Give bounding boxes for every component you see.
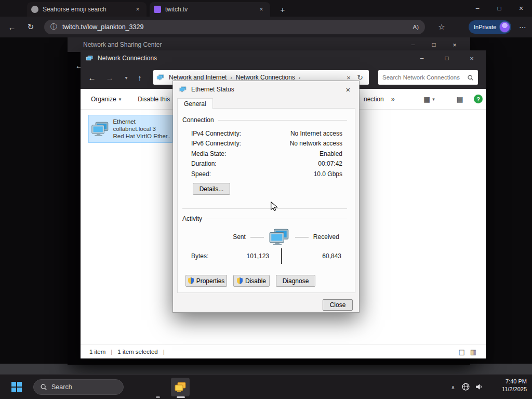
nc-up-icon[interactable]: ↑ bbox=[132, 70, 147, 85]
nc-maximize-button[interactable]: □ bbox=[434, 50, 459, 66]
nc-close-button[interactable]: × bbox=[459, 50, 484, 66]
uac-shield-icon bbox=[188, 277, 194, 284]
browser-maximize-button[interactable]: □ bbox=[488, 0, 510, 17]
url-field[interactable]: ⓘ twitch.tv/low_plankton_3329 A) bbox=[44, 20, 425, 34]
nsc-maximize-button[interactable]: □ bbox=[422, 37, 446, 52]
tab1-favicon bbox=[31, 6, 38, 13]
tab1-close-icon[interactable]: × bbox=[133, 5, 142, 14]
diagnose-button-label: Diagnose bbox=[283, 277, 309, 285]
browser-address-bar: ← ↻ ⓘ twitch.tv/low_plankton_3329 A) ☆ I… bbox=[0, 17, 532, 37]
inprivate-badge[interactable]: InPrivate bbox=[469, 20, 511, 34]
network-connections-app-icon bbox=[174, 381, 187, 393]
duration-label: Duration: bbox=[191, 160, 217, 167]
uac-shield-icon bbox=[237, 277, 243, 284]
tab-general[interactable]: General bbox=[177, 98, 213, 109]
ethernet-item-labels: Ethernet collabnet.local 3 Red Hat VirtI… bbox=[113, 118, 170, 140]
tray-network-globe-icon[interactable] bbox=[461, 382, 470, 391]
browser-close-button[interactable]: × bbox=[510, 0, 532, 17]
dialog-close-icon[interactable]: × bbox=[340, 83, 356, 96]
tab-twitch[interactable]: twitch.tv × bbox=[150, 2, 270, 17]
nc-window-icon bbox=[86, 55, 94, 62]
tab2-close-icon[interactable]: × bbox=[257, 5, 266, 14]
close-button-label: Close bbox=[330, 301, 346, 309]
diagnose-button[interactable]: Diagnose bbox=[276, 275, 315, 287]
group-divider bbox=[218, 120, 347, 121]
change-view-button[interactable]: ▦ ▾ bbox=[423, 95, 435, 103]
ipv4-value: No Internet access bbox=[290, 130, 342, 137]
connection-device: Red Hat VirtIO Ether... bbox=[113, 132, 170, 140]
large-icons-view-icon[interactable]: ▦ bbox=[470, 348, 476, 356]
dialog-titlebar[interactable]: Ethernet Status × bbox=[173, 81, 359, 98]
overflow-chevron-icon[interactable]: » bbox=[391, 96, 395, 103]
tab-seahorse[interactable]: Seahorse emoji search × bbox=[27, 2, 147, 17]
disable-this-command[interactable]: Disable this bbox=[138, 96, 170, 103]
nsc-minimize-button[interactable]: – bbox=[404, 37, 422, 52]
nc-minimize-button[interactable]: – bbox=[409, 50, 434, 66]
close-button[interactable]: Close bbox=[323, 299, 353, 311]
windows-logo-icon bbox=[11, 382, 22, 392]
chevron-right-icon[interactable]: › bbox=[227, 75, 235, 81]
breadcrumb-item-network-connections[interactable]: Network Connections bbox=[236, 74, 295, 81]
disable-button[interactable]: Disable bbox=[233, 275, 270, 287]
site-info-icon[interactable]: ⓘ bbox=[50, 22, 57, 32]
status-separator: | bbox=[111, 349, 112, 355]
received-label: Received bbox=[313, 233, 339, 241]
start-button[interactable] bbox=[11, 382, 22, 392]
chevron-right-icon[interactable]: › bbox=[295, 75, 304, 81]
connection-group-header: Connection bbox=[182, 116, 347, 124]
ethernet-adapter-icon bbox=[91, 121, 110, 137]
disable-button-label: Disable bbox=[245, 277, 266, 285]
organize-label: Organize bbox=[91, 96, 116, 103]
breadcrumb-item-network-and-internet[interactable]: Network and Internet bbox=[169, 74, 227, 81]
nc-back-icon[interactable]: ← bbox=[85, 70, 99, 85]
status-separator: | bbox=[163, 349, 165, 355]
taskbar-clock[interactable]: 7:40 PM 11/2/2025 bbox=[502, 378, 527, 393]
browser-minimize-button[interactable]: – bbox=[467, 0, 488, 17]
chevron-down-icon: ▾ bbox=[119, 97, 122, 102]
ipv4-label: IPv4 Connectivity: bbox=[191, 130, 241, 137]
preview-pane-icon[interactable]: ▤ bbox=[455, 94, 465, 104]
nsc-window-controls: – □ × bbox=[404, 37, 463, 52]
ipv4-row: IPv4 Connectivity: No Internet access bbox=[173, 130, 360, 139]
tray-volume-icon[interactable] bbox=[474, 382, 483, 391]
nc-recent-dropdown-icon[interactable]: ▾ bbox=[119, 70, 134, 85]
clock-date: 11/2/2025 bbox=[502, 385, 527, 393]
browser-back-icon[interactable]: ← bbox=[4, 19, 20, 35]
tab2-title: twitch.tv bbox=[165, 6, 257, 13]
favorites-star-icon[interactable]: ☆ bbox=[434, 20, 449, 34]
profile-avatar[interactable] bbox=[499, 21, 510, 33]
group-divider bbox=[206, 219, 347, 219]
duration-row: Duration: 00:07:42 bbox=[173, 160, 360, 169]
details-view-icon[interactable]: ▤ bbox=[458, 348, 464, 356]
webpage-background bbox=[0, 364, 532, 374]
speed-label: Speed: bbox=[191, 170, 211, 178]
nc-status-bar: 1 item | 1 item selected | ▤ ▦ bbox=[81, 344, 486, 358]
nc-forward-icon[interactable]: → bbox=[102, 70, 117, 85]
network-connections-taskbar-button[interactable] bbox=[171, 378, 190, 396]
nsc-titlebar[interactable]: Network and Sharing Center – □ × bbox=[68, 37, 470, 52]
taskbar-search-box[interactable]: Search bbox=[33, 379, 124, 395]
browser-settings-icon[interactable]: ⋯ bbox=[515, 20, 530, 34]
nc-search-box[interactable] bbox=[378, 70, 478, 85]
properties-button[interactable]: Properties bbox=[185, 275, 227, 287]
organize-menu[interactable]: Organize ▾ bbox=[91, 96, 121, 103]
view-status-command-fragment[interactable]: nection bbox=[364, 96, 384, 103]
mouse-cursor bbox=[270, 202, 280, 211]
speed-row: Speed: 10.0 Gbps bbox=[173, 170, 360, 180]
view-tiles-icon: ▦ bbox=[423, 95, 430, 103]
tray-chevron-icon[interactable]: ∧ bbox=[447, 381, 459, 393]
browser-refresh-icon[interactable]: ↻ bbox=[23, 19, 38, 35]
nc-titlebar[interactable]: Network Connections – □ × bbox=[81, 50, 486, 66]
ethernet-connection-item[interactable]: Ethernet collabnet.local 3 Red Hat VirtI… bbox=[88, 115, 172, 143]
speed-value: 10.0 Gbps bbox=[314, 170, 342, 178]
flow-line bbox=[295, 237, 309, 237]
help-icon[interactable]: ? bbox=[474, 95, 483, 103]
connection-domain: collabnet.local 3 bbox=[113, 125, 170, 132]
tab-general-label: General bbox=[184, 100, 206, 108]
details-button[interactable]: Details... bbox=[193, 183, 230, 195]
activity-group-label: Activity bbox=[182, 215, 202, 222]
nc-search-input[interactable] bbox=[382, 74, 467, 81]
nsc-close-button[interactable]: × bbox=[446, 37, 463, 52]
read-aloud-icon[interactable]: A) bbox=[413, 24, 419, 30]
new-tab-button[interactable]: + bbox=[276, 3, 289, 16]
